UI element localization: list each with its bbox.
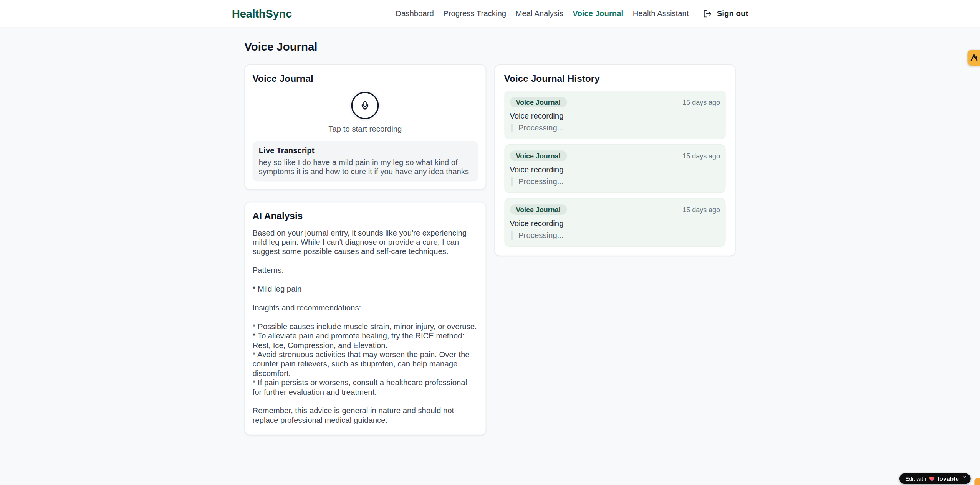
entry-type-badge: Voice Journal <box>510 150 567 161</box>
main-content: Voice Journal Voice Journal <box>232 28 748 435</box>
entry-status: Processing... <box>511 124 720 132</box>
voice-journal-recorder-card: Voice Journal Tap to start recording L <box>244 64 486 190</box>
left-column: Voice Journal Tap to start recording L <box>244 64 486 436</box>
history-entry: Voice Journal 15 days ago Voice recordin… <box>504 91 726 139</box>
close-icon[interactable]: × <box>963 475 967 480</box>
history-entry: Voice Journal 15 days ago Voice recordin… <box>504 144 726 193</box>
nav-item-dashboard[interactable]: Dashboard <box>396 9 434 18</box>
entry-label: Voice recording <box>510 165 720 174</box>
app-logo[interactable]: HealthSync <box>232 7 292 20</box>
right-column: Voice Journal History Voice Journal 15 d… <box>494 64 736 256</box>
page-title: Voice Journal <box>244 41 735 54</box>
entry-label: Voice recording <box>510 112 720 120</box>
microphone-icon <box>360 101 370 111</box>
heart-icon <box>929 475 935 482</box>
entry-status: Processing... <box>511 231 720 240</box>
browser-extension-button[interactable] <box>967 50 980 66</box>
live-transcript-text: hey so like I do have a mild pain in my … <box>259 158 472 176</box>
nav-item-voice-journal[interactable]: Voice Journal <box>573 9 623 18</box>
entry-type-badge: Voice Journal <box>510 204 567 215</box>
entry-timestamp: 15 days ago <box>682 152 720 160</box>
app-root: HealthSync Dashboard Progress Tracking M… <box>0 0 980 485</box>
recorder-card-title: Voice Journal <box>253 73 478 84</box>
nav-item-progress-tracking[interactable]: Progress Tracking <box>443 9 506 18</box>
ai-analysis-card: AI Analysis Based on your journal entry,… <box>244 202 486 436</box>
nav-item-meal-analysis[interactable]: Meal Analysis <box>516 9 563 18</box>
live-transcript-title: Live Transcript <box>259 146 472 155</box>
lovable-brand-label: lovable <box>938 475 959 482</box>
entry-type-badge: Voice Journal <box>510 97 567 107</box>
edit-badge-prefix: Edit with <box>905 475 926 482</box>
ai-analysis-title: AI Analysis <box>253 210 478 221</box>
recording-hint: Tap to start recording <box>253 125 478 134</box>
main-nav: Dashboard Progress Tracking Meal Analysi… <box>396 9 748 18</box>
log-out-icon <box>703 9 712 18</box>
record-button[interactable] <box>351 92 379 119</box>
ai-analysis-body: Based on your journal entry, it sounds l… <box>253 229 478 426</box>
entry-timestamp: 15 days ago <box>682 98 720 106</box>
live-transcript-box: Live Transcript hey so like I do have a … <box>253 141 478 182</box>
sign-out-label: Sign out <box>717 9 748 18</box>
entry-status: Processing... <box>511 177 720 186</box>
entry-label: Voice recording <box>510 219 720 228</box>
entry-timestamp: 15 days ago <box>682 206 720 213</box>
history-entry: Voice Journal 15 days ago Voice recordin… <box>504 198 726 247</box>
sign-out-button[interactable]: Sign out <box>703 9 748 18</box>
nav-item-health-assistant[interactable]: Health Assistant <box>633 9 689 18</box>
voice-journal-history-card: Voice Journal History Voice Journal 15 d… <box>494 64 736 256</box>
lovable-corner-widget[interactable] <box>974 478 980 485</box>
top-navbar: HealthSync Dashboard Progress Tracking M… <box>0 0 980 28</box>
lambda-logo-icon <box>970 54 978 62</box>
edit-with-lovable-badge[interactable]: Edit with lovable × <box>899 473 970 484</box>
history-card-title: Voice Journal History <box>504 73 726 84</box>
